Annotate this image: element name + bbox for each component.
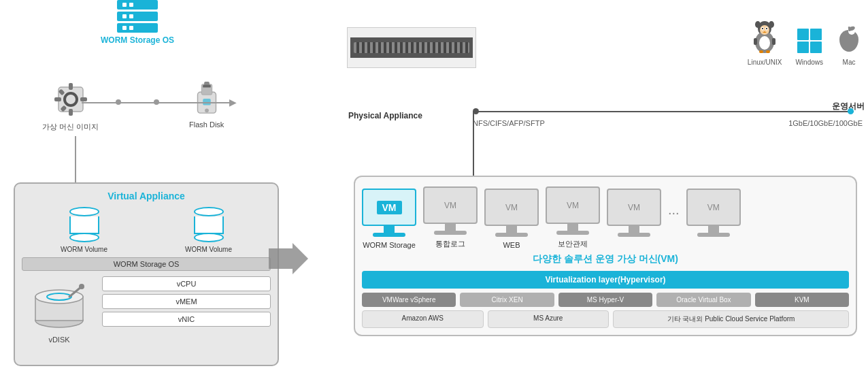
monitor-foot-last: [697, 233, 730, 237]
vcpu-vmem-vnic: vCPU vMEM vNIC: [102, 276, 271, 344]
vm-label-web-text: VM: [505, 203, 518, 212]
worm-vol-1: WORM Volume: [61, 207, 107, 253]
v-line-pa: [473, 111, 474, 179]
mac-icon: [837, 25, 861, 54]
arrow-down: [75, 136, 76, 184]
platform-kvm: KVM: [755, 293, 849, 307]
monitor-neck-web: [506, 226, 517, 233]
svg-rect-38: [810, 29, 822, 40]
worm-vol-2: WORM Volume: [185, 207, 232, 253]
monitor-neck-empty: [629, 226, 639, 233]
connector-strip: [350, 37, 473, 58]
platform-citrix: Citrix XEN: [460, 293, 554, 307]
monitor-screen-log: VM: [423, 186, 478, 224]
arrow-mid-dot: [154, 99, 159, 105]
gear-icon-group: 가상 머신 이미지: [42, 82, 99, 132]
va-title: Virtual Appliance: [22, 191, 271, 201]
os-icons: Linux/UNIX Windows: [748, 20, 861, 66]
big-arrow-icon: [269, 242, 310, 276]
server-rack-2: [117, 12, 158, 21]
platform-oracle: Oracle Virtual Box: [656, 293, 750, 307]
virtual-appliance-box: Virtual Appliance WORM Volume: [14, 182, 279, 366]
svg-rect-35: [754, 38, 757, 45]
windows-label: Windows: [795, 59, 823, 66]
cloud-other: 기타 국내외 Public Cloud Service Platform: [613, 310, 849, 328]
dot-right: [848, 108, 854, 114]
vm-label-security-text: VM: [567, 201, 579, 210]
vm-item-empty: VM: [607, 189, 661, 249]
svg-point-24: [755, 21, 761, 28]
main-container: WORM Storage OS 가상 머신 이미지: [0, 0, 868, 375]
flash-disk-label: Flash Disk: [189, 120, 224, 129]
worm-storage-os-bar: WORM Storage OS: [22, 257, 271, 271]
monitor-foot-empty: [618, 233, 650, 237]
svg-rect-3: [69, 109, 73, 116]
svg-rect-33: [759, 50, 763, 53]
va-bottom: vDISK vCPU vMEM vNIC: [22, 276, 271, 344]
flash-disk-group: Flash Disk: [189, 80, 224, 129]
monitor-screen-last: VM: [686, 189, 741, 226]
windows-icon-item: Windows: [795, 27, 823, 66]
vm-dots: ···: [668, 205, 680, 231]
monitor-stand-web: VM: [484, 189, 539, 237]
svg-point-30: [766, 28, 767, 29]
svg-rect-37: [797, 29, 809, 40]
monitor-neck-last: [708, 226, 719, 233]
cloud-azure: MS Azure: [488, 310, 610, 328]
worm-storage-group: WORM Storage OS: [101, 0, 174, 45]
platform-hyper-v: MS Hyper-V: [558, 293, 652, 307]
flash-disk-icon: [192, 80, 222, 116]
server-rack-1: [117, 0, 158, 10]
mac-label: Mac: [837, 59, 861, 66]
monitor-neck-log: [445, 224, 456, 231]
monitor-screen-web: VM: [484, 189, 539, 226]
monitor-neck-worm: [384, 226, 395, 233]
vm-item-security: VM 보안관제: [546, 186, 600, 249]
vm-area: VM WORM Storage VM: [354, 176, 857, 336]
vmem-box: vMEM: [102, 294, 271, 309]
vm-item-log: VM 통합로그: [423, 186, 478, 249]
vm-item-worm: VM WORM Storage: [362, 189, 416, 249]
monitor-stand-worm: VM: [362, 189, 416, 237]
vm-label-empty: [607, 241, 661, 249]
server-rack-3: [117, 23, 158, 33]
db-body-1: [69, 216, 99, 234]
big-arrow-container: [269, 242, 310, 278]
monitor-foot-worm: [373, 233, 405, 237]
svg-point-25: [769, 21, 774, 28]
svg-rect-34: [766, 50, 770, 53]
worm-vol-label-1: WORM Volume: [61, 246, 107, 253]
worm-vol-label-2: WORM Volume: [185, 246, 232, 253]
arrow-line-horizontal: [82, 102, 231, 103]
vm-solution-label: 다양한 솔루션 운영 가상 머신(VM): [362, 253, 849, 265]
vdisk-label: vDISK: [22, 336, 97, 344]
db-oval-1: [69, 233, 99, 242]
vm-label-worm-storage: WORM Storage: [362, 241, 416, 249]
cloud-row: Amazon AWS MS Azure 기타 국내외 Public Cloud …: [362, 310, 849, 328]
right-section: Linux/UNIX Windows: [293, 0, 868, 375]
svg-rect-15: [203, 85, 211, 88]
h-line-pa: [473, 111, 854, 112]
vm-label-web: WEB: [484, 241, 539, 249]
monitor-stand-security: VM: [546, 186, 600, 235]
db-icon-2: [194, 207, 224, 242]
monitor-screen-empty: VM: [607, 189, 661, 226]
physical-appliance-label: Physical Appliance: [348, 111, 422, 120]
svg-marker-44: [269, 243, 308, 274]
vm-item-web: VM WEB: [484, 189, 539, 249]
vm-label-security: 보안관제: [546, 239, 600, 249]
vm-label-active: VM: [377, 201, 402, 214]
monitor-neck-security: [567, 224, 578, 231]
vdisk-group: vDISK: [22, 276, 97, 344]
vm-item-last: VM: [686, 189, 741, 249]
vcpu-box: vCPU: [102, 276, 271, 291]
gear-icon: [53, 82, 88, 117]
linux-icon: [750, 20, 780, 54]
svg-rect-2: [69, 83, 73, 90]
db-body-2: [194, 216, 224, 234]
svg-point-32: [759, 36, 770, 50]
server-icon: [101, 0, 174, 33]
gear-label: 가상 머신 이미지: [42, 122, 99, 132]
monitor-screen-worm: VM: [362, 189, 416, 226]
db-cylinder-top-2: [194, 207, 224, 216]
